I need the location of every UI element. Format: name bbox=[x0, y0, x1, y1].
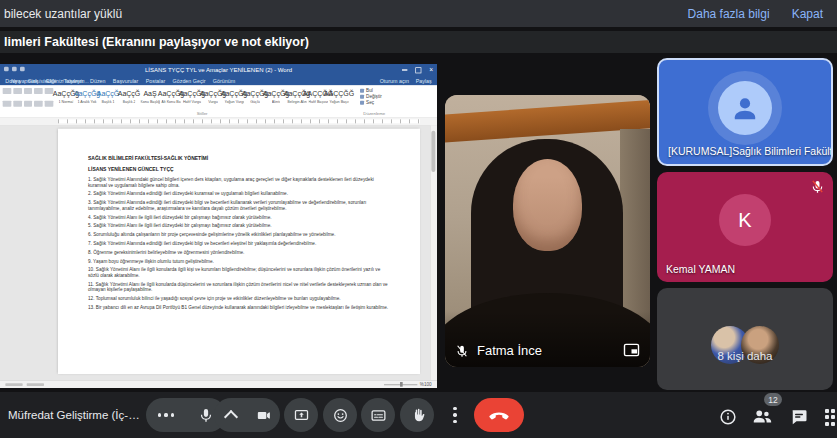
participant-tile-fakulte[interactable]: [KURUMSAL]Sağlık Bilimleri Fakültesi bbox=[657, 58, 833, 166]
zoom-level: %100 bbox=[420, 382, 432, 387]
chat-button[interactable] bbox=[786, 404, 812, 430]
captions-icon bbox=[370, 407, 387, 424]
font-paragraph-group bbox=[3, 88, 54, 111]
ribbon-tab: Görünüm bbox=[213, 78, 235, 84]
quick-access-toolbar bbox=[4, 67, 25, 72]
style-card: AaÇçĞğ 1 Aralık Yok bbox=[77, 87, 97, 112]
minimize-icon bbox=[402, 70, 407, 71]
style-name: Başlık 2 bbox=[122, 100, 135, 104]
participant-name: Kemal YAMAN bbox=[666, 263, 735, 275]
meet-app: bilecek uzantılar yüklü Daha fazla bilgi… bbox=[0, 0, 837, 438]
window-controls: × bbox=[402, 64, 433, 76]
style-name: Yoğun Başvuru bbox=[329, 100, 348, 104]
style-card: AaÇçĞ Başlık 2 bbox=[119, 87, 139, 112]
select-icon bbox=[360, 100, 364, 104]
apps-grid-icon bbox=[825, 409, 837, 426]
end-call-button[interactable] bbox=[474, 398, 524, 432]
style-name: Vurgu bbox=[208, 100, 218, 104]
info-icon bbox=[718, 407, 738, 427]
mic-off-icon bbox=[455, 344, 469, 358]
document-canvas: SAĞLIK BİLİMLERİ FAKÜLTESİ-SAĞLIK YÖNETİ… bbox=[0, 125, 437, 380]
status-info bbox=[5, 383, 44, 386]
styles-gallery: AaÇçĞğ 1 Normal AaÇçĞğ 1 Aralık Yok AaÇç… bbox=[56, 87, 349, 112]
ribbon-tab: Giriş bbox=[28, 78, 39, 84]
camera-control-pill bbox=[214, 398, 280, 432]
participant-tile-kemal[interactable]: K Kemal YAMAN bbox=[657, 172, 833, 282]
toast-message: bilecek uzantılar yüklü bbox=[4, 7, 122, 21]
style-preview: AaŞ bbox=[143, 89, 156, 98]
word-status-bar: %100 bbox=[0, 380, 437, 388]
style-name: Hafif Vurgu bbox=[183, 100, 201, 104]
style-name: Başlık 1 bbox=[101, 100, 114, 104]
more-info-button[interactable]: Daha fazla bilgi bbox=[688, 7, 770, 21]
scrollbar-thumb bbox=[431, 131, 435, 172]
style-preview: AaÇçĞ bbox=[97, 89, 120, 98]
camera-participant-name: Fatma İnce bbox=[477, 343, 542, 358]
select-label: Seç bbox=[366, 100, 374, 105]
style-card: AaÇçĞ Başlık 1 bbox=[98, 87, 118, 112]
group-labels: Stiller Düzenleme bbox=[0, 111, 437, 117]
maximize-icon bbox=[415, 67, 421, 73]
participant-tile-others[interactable]: 8 kişi daha bbox=[657, 288, 833, 390]
emoji-icon bbox=[332, 407, 349, 424]
chat-icon bbox=[789, 407, 809, 427]
raise-hand-button[interactable] bbox=[400, 398, 434, 432]
ribbon-tab: Başvurular bbox=[113, 78, 139, 84]
word-window: LİSANS TYÇÇ TYL ve Amaçlar YENİLENEN (2)… bbox=[0, 64, 437, 388]
doc-paragraph: 10. Sağlık Yönetimi Alanı ile ilgili kon… bbox=[88, 267, 390, 278]
people-icon bbox=[751, 406, 773, 428]
end-call-phone-icon bbox=[489, 405, 509, 425]
ribbon-tab: Postalar bbox=[146, 78, 166, 84]
doc-paragraph: 2. Sağlık Yönetimi Alanında edindiği ile… bbox=[88, 191, 390, 197]
doc-paragraph: 9. Yaşam boyu öğrenmeye ilişkin olumlu t… bbox=[88, 258, 390, 264]
shared-screen-video[interactable]: LİSANS TYÇÇ TYL ve Amaçlar YENİLENEN (2)… bbox=[0, 64, 437, 388]
doc-body: 1. Sağlık Yönetimi Alanındaki güncel bil… bbox=[88, 177, 390, 311]
style-name: Belirgin Alıntı bbox=[287, 100, 306, 104]
reactions-button[interactable] bbox=[323, 398, 357, 432]
avatar: K bbox=[719, 194, 771, 246]
present-screen-button[interactable] bbox=[284, 398, 318, 432]
style-name: Alıntı bbox=[272, 100, 280, 104]
participants-button[interactable] bbox=[749, 404, 775, 430]
pip-icon[interactable] bbox=[623, 343, 640, 357]
meeting-info-button[interactable] bbox=[715, 404, 741, 430]
activities-button[interactable] bbox=[820, 404, 837, 430]
editing-group-label: Düzenleme bbox=[363, 111, 385, 116]
style-name: 1 Aralık Yok bbox=[77, 100, 96, 104]
style-name: Yoğun Vurgu bbox=[224, 100, 243, 104]
presenter-status-text: limleri Fakültesi (Ekranını paylaşıyor v… bbox=[4, 35, 309, 49]
more-horizontal-icon bbox=[158, 413, 174, 416]
avatar-initial: K bbox=[738, 209, 751, 232]
presenter-bar: limleri Fakültesi (Ekranını paylaşıyor v… bbox=[0, 31, 837, 53]
doc-paragraph: 5. Sağlık Yönetimi Alanı ile ilgili iler… bbox=[88, 223, 390, 229]
zoom-control: %100 bbox=[384, 382, 432, 387]
style-name: 1 Normal bbox=[59, 100, 74, 104]
zoom-slider bbox=[384, 384, 417, 385]
editing-group: Bul Değiştir Seç bbox=[360, 88, 382, 105]
present-screen-icon bbox=[293, 407, 310, 424]
doc-heading-2: LİSANS YENİLENEN GÜNCEL TYÇÇ bbox=[88, 166, 390, 172]
avatar-halo bbox=[708, 71, 782, 145]
captions-button[interactable] bbox=[361, 398, 395, 432]
find-icon bbox=[360, 88, 364, 92]
participant-count-badge: 12 bbox=[764, 393, 782, 406]
replace-icon bbox=[360, 94, 364, 98]
camera-toggle-button[interactable] bbox=[249, 398, 279, 432]
extension-toast: bilecek uzantılar yüklü Daha fazla bilgi… bbox=[0, 0, 837, 27]
ribbon-tabs: DosyaGirişEkleTasarımDüzenBaşvurularPost… bbox=[0, 76, 437, 85]
more-options-button[interactable] bbox=[441, 398, 469, 432]
ribbon-tab: Dosya bbox=[5, 78, 20, 84]
doc-heading-1: SAĞLIK BİLİMLERİ FAKÜLTESİ-SAĞLIK YÖNETİ… bbox=[88, 155, 390, 161]
mic-off-icon bbox=[810, 179, 825, 194]
close-icon: × bbox=[429, 67, 433, 74]
doc-paragraph: 13. Bir yabancı dili en az Avrupa Dil Po… bbox=[88, 305, 390, 311]
style-name: Alt Konu Başl. bbox=[161, 100, 180, 104]
doc-paragraph: 12. Toplumsal sorumluluk bilinci ile yaş… bbox=[88, 296, 390, 302]
doc-paragraph: 6. Sorumluluğu altında çalışanların bir … bbox=[88, 232, 390, 238]
camera-options-button[interactable] bbox=[216, 398, 246, 432]
style-name: Hafif Başvuru bbox=[308, 100, 327, 104]
mic-options-button[interactable] bbox=[151, 398, 181, 432]
find-label: Bul bbox=[366, 88, 373, 93]
camera-tile-fatma[interactable]: Fatma İnce bbox=[445, 95, 650, 367]
close-toast-button[interactable]: Kapat bbox=[792, 7, 823, 21]
